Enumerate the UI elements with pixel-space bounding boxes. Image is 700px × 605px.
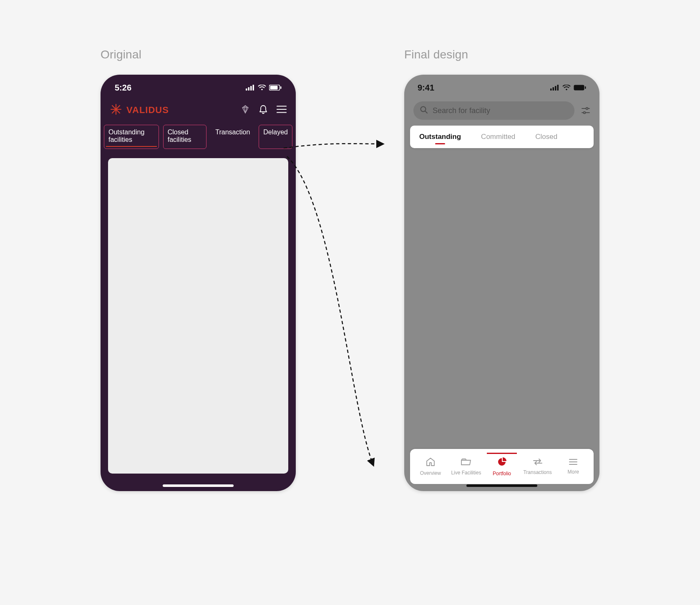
tab-closed[interactable]: Closed: [534, 126, 559, 148]
nav-label: More: [568, 469, 579, 475]
svg-rect-16: [553, 87, 554, 91]
nav-label: Portfolio: [493, 471, 511, 476]
battery-icon: [574, 83, 586, 93]
bell-icon[interactable]: [259, 105, 267, 116]
brand-logo-icon: [110, 103, 122, 117]
search-input[interactable]: [433, 106, 568, 115]
brand-name: VALIDUS: [126, 105, 169, 116]
signal-icon: [246, 83, 255, 93]
status-time: 5:26: [115, 83, 131, 93]
nav-label: Transactions: [523, 469, 551, 475]
tab-bar: Outstanding Committed Closed: [410, 126, 594, 148]
svg-rect-2: [250, 86, 252, 91]
bottom-nav: Overview Live Facilities Portfolio: [410, 449, 594, 484]
nav-live-facilities[interactable]: Live Facilities: [448, 458, 484, 476]
battery-icon: [269, 83, 282, 93]
svg-rect-0: [246, 88, 247, 91]
svg-point-22: [421, 107, 426, 112]
svg-point-25: [586, 108, 588, 110]
svg-rect-7: [280, 86, 282, 89]
tab-outstanding-facilities[interactable]: Outstanding facilities: [104, 125, 159, 149]
svg-point-19: [566, 88, 567, 90]
svg-rect-1: [248, 87, 250, 91]
svg-rect-6: [270, 86, 278, 89]
signal-icon: [550, 83, 559, 93]
search-icon: [420, 106, 428, 115]
section-label-final: Final design: [404, 48, 599, 61]
tab-bar: Outstanding facilities Closed facilities…: [101, 125, 296, 149]
search-field[interactable]: [413, 101, 574, 120]
phone-original: 5:26: [101, 75, 296, 491]
nav-label: Live Facilities: [451, 470, 481, 476]
nav-portfolio[interactable]: Portfolio: [484, 457, 520, 476]
svg-rect-17: [555, 86, 556, 91]
menu-icon: [569, 459, 578, 466]
tab-transaction[interactable]: Transaction: [211, 125, 254, 149]
brand: VALIDUS: [110, 103, 169, 117]
wifi-icon: [258, 83, 266, 93]
svg-rect-21: [585, 86, 586, 89]
content-placeholder: [108, 158, 288, 474]
nav-label: Overview: [420, 470, 441, 476]
nav-overview[interactable]: Overview: [413, 457, 448, 476]
svg-rect-15: [550, 88, 552, 91]
status-bar: 9:41: [404, 75, 599, 101]
svg-rect-18: [557, 85, 559, 91]
nav-transactions[interactable]: Transactions: [520, 458, 556, 475]
wifi-icon: [562, 83, 571, 93]
svg-rect-20: [574, 85, 584, 90]
svg-point-4: [261, 88, 263, 90]
home-indicator: [163, 484, 234, 487]
nav-more[interactable]: More: [555, 459, 591, 475]
tab-committed[interactable]: Committed: [479, 126, 517, 148]
home-indicator: [466, 484, 537, 487]
filter-icon[interactable]: [581, 106, 590, 115]
section-label-original: Original: [101, 48, 296, 61]
pie-chart-icon: [497, 457, 507, 468]
svg-line-23: [426, 111, 428, 113]
svg-point-27: [584, 112, 586, 114]
svg-rect-3: [253, 85, 254, 91]
phone-final: 9:41: [404, 75, 599, 491]
hamburger-menu-icon[interactable]: [277, 106, 287, 115]
status-time: 9:41: [418, 83, 434, 93]
folder-icon: [461, 458, 471, 467]
app-header: VALIDUS: [101, 101, 296, 125]
diamond-icon[interactable]: [241, 105, 250, 116]
status-bar: 5:26: [101, 75, 296, 101]
tab-closed-facilities[interactable]: Closed facilities: [163, 125, 207, 149]
swap-arrows-icon: [532, 458, 543, 467]
tab-delayed[interactable]: Delayed: [259, 125, 292, 149]
tab-outstanding[interactable]: Outstanding: [418, 126, 463, 148]
home-icon: [426, 457, 436, 468]
